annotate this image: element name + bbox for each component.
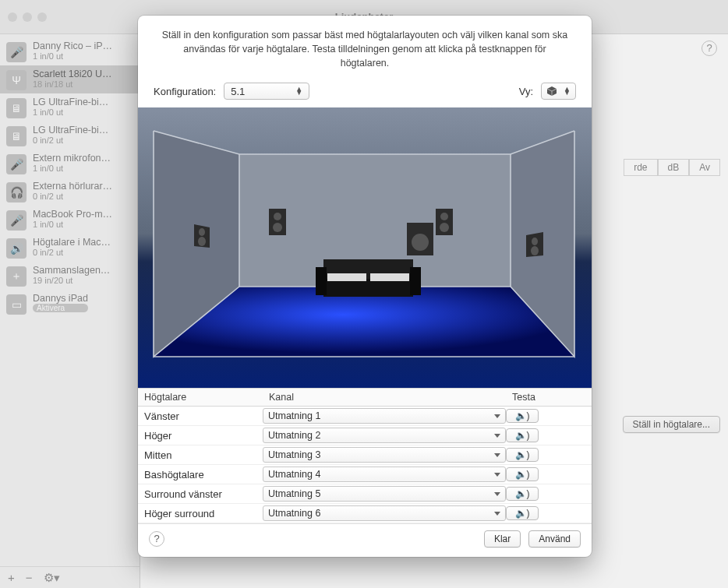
channel-select[interactable]: Utmatning 4 (263, 467, 506, 482)
svg-point-26 (198, 237, 206, 246)
device-sub: 1 in/0 ut (33, 51, 112, 61)
sidebar-item[interactable]: 🖥LG UltraFine-bi…1 in/0 ut (0, 93, 140, 121)
display-icon: 🖥 (6, 98, 27, 118)
device-name: Dannys iPad (33, 293, 88, 304)
channel-select[interactable]: Utmatning 1 (263, 408, 506, 424)
cube-icon (546, 86, 557, 97)
speaker-name: Bashögtalare (138, 469, 263, 481)
device-name: MacBook Pro-m… (33, 209, 112, 220)
device-sub: 1 in/0 ut (33, 164, 111, 173)
remove-button[interactable]: − (26, 571, 33, 584)
test-button[interactable]: 🔈) (506, 409, 539, 423)
chevron-updown-icon (295, 87, 302, 96)
gear-icon: ⚙︎ (44, 571, 54, 584)
device-sub: 1 in/0 ut (33, 107, 108, 117)
speaker-name: Höger (138, 430, 263, 442)
speaker-icon: 🔊 (6, 238, 27, 259)
add-button[interactable]: + (8, 571, 15, 584)
sound-icon: 🔈) (515, 449, 530, 460)
test-button[interactable]: 🔈) (506, 428, 539, 442)
device-name: Extern mikrofon… (33, 153, 111, 164)
sound-icon: 🔈) (515, 469, 530, 480)
test-button[interactable]: 🔈) (506, 506, 539, 520)
sidebar-item[interactable]: 🎤Danny Rico – iP…1 in/0 ut (0, 37, 140, 65)
sound-icon: 🔈) (515, 508, 530, 519)
col-speaker: Högtalare (138, 389, 263, 406)
channel-select[interactable]: Utmatning 3 (263, 447, 506, 463)
svg-point-29 (531, 246, 539, 255)
speaker-name: Mitten (138, 449, 263, 461)
svg-rect-12 (316, 267, 327, 295)
device-name: Danny Rico – iP… (33, 40, 112, 51)
test-button[interactable]: 🔈) (506, 467, 539, 481)
sidebar-item[interactable]: 🔊Högtalare i Mac…0 in/2 ut (0, 234, 140, 262)
sound-icon: 🔈) (515, 430, 530, 441)
svg-rect-15 (370, 273, 409, 281)
mic-icon: 🎤 (6, 210, 27, 231)
device-sub: 1 in/0 ut (33, 220, 112, 229)
config-select[interactable]: 5.1 (224, 83, 309, 100)
sound-icon: 🔈) (515, 488, 530, 499)
device-name: Scarlett 18i20 U… (33, 69, 111, 79)
device-sub: 0 in/2 ut (33, 136, 108, 145)
table-row: MittenUtmatning 3🔈) (138, 445, 592, 465)
device-sub: Aktivera (33, 304, 88, 312)
mic-icon: 🎤 (6, 154, 27, 174)
svg-point-25 (199, 228, 205, 236)
speaker-surround-left-icon (194, 224, 210, 248)
room-3d-view[interactable] (138, 107, 592, 388)
speaker-front-right-icon (436, 209, 453, 235)
config-label: Konfiguration: (154, 86, 216, 97)
svg-point-23 (412, 234, 429, 251)
column-headers: rde dB Av (624, 159, 720, 176)
table-row: HögerUtmatning 2🔈) (138, 426, 592, 445)
sidebar-item[interactable]: 🖥LG UltraFine-bi…0 in/2 ut (0, 121, 140, 150)
channel-select[interactable]: Utmatning 6 (263, 505, 506, 521)
col-test: Testa (506, 389, 568, 406)
table-row: Surround vänsterUtmatning 5🔈) (138, 484, 592, 504)
sound-icon: 🔈) (515, 410, 530, 421)
sidebar-item[interactable]: ▭Dannys iPadAktivera (0, 290, 140, 318)
test-button[interactable]: 🔈) (506, 487, 539, 501)
help-button[interactable]: ? (701, 40, 717, 56)
configure-speakers-button[interactable]: Ställ in högtalare... (623, 416, 720, 433)
ipad-icon: ▭ (6, 294, 27, 315)
table-header: Högtalare Kanal Testa (138, 389, 592, 407)
speaker-name: Surround vänster (138, 488, 263, 500)
sidebar-item[interactable]: ΨScarlett 18i20 U…18 in/18 ut (0, 65, 140, 93)
chevron-updown-icon (564, 87, 571, 96)
sidebar-item[interactable]: 🎧Externa hörlurar…0 in/2 ut (0, 178, 140, 206)
device-sub: 19 in/20 ut (33, 276, 110, 285)
device-name: Sammanslagen… (33, 265, 110, 276)
test-button[interactable]: 🔈) (506, 448, 539, 462)
sidebar: 🎤Danny Rico – iP…1 in/0 utΨScarlett 18i2… (0, 34, 140, 588)
svg-point-17 (274, 213, 281, 220)
speaker-front-left-icon (269, 209, 286, 235)
svg-point-21 (440, 223, 449, 232)
svg-point-20 (440, 213, 448, 220)
table-row: Höger surroundUtmatning 6🔈) (138, 504, 592, 523)
mic-icon: 🎤 (6, 42, 27, 62)
device-name: LG UltraFine-bi… (33, 125, 108, 136)
apply-button[interactable]: Använd (528, 530, 581, 548)
speaker-name: Vänster (138, 410, 263, 422)
channel-select[interactable]: Utmatning 5 (263, 486, 506, 502)
device-sub: 0 in/2 ut (33, 192, 112, 201)
table-row: BashögtalareUtmatning 4🔈) (138, 465, 592, 484)
sidebar-item[interactable]: 🎤Extern mikrofon…1 in/0 ut (0, 150, 140, 178)
speaker-config-dialog: Ställ in den konfiguration som passar bä… (138, 16, 592, 557)
col-channel: Kanal (263, 389, 506, 406)
help-button[interactable]: ? (149, 531, 164, 547)
channel-select[interactable]: Utmatning 2 (263, 428, 506, 443)
sidebar-item[interactable]: ＋Sammanslagen…19 in/20 ut (0, 262, 140, 290)
sidebar-item[interactable]: 🎤MacBook Pro-m…1 in/0 ut (0, 206, 140, 234)
device-sub: 0 in/2 ut (33, 248, 111, 257)
svg-point-28 (532, 238, 538, 245)
dialog-intro: Ställ in den konfiguration som passar bä… (138, 16, 592, 78)
table-row: VänsterUtmatning 1🔈) (138, 407, 592, 426)
done-button[interactable]: Klar (484, 530, 521, 548)
headphones-icon: 🎧 (6, 182, 27, 202)
gear-button[interactable]: ⚙︎▾ (44, 571, 60, 585)
dialog-footer: ? Klar Använd (138, 523, 592, 557)
view-select[interactable] (541, 83, 576, 100)
